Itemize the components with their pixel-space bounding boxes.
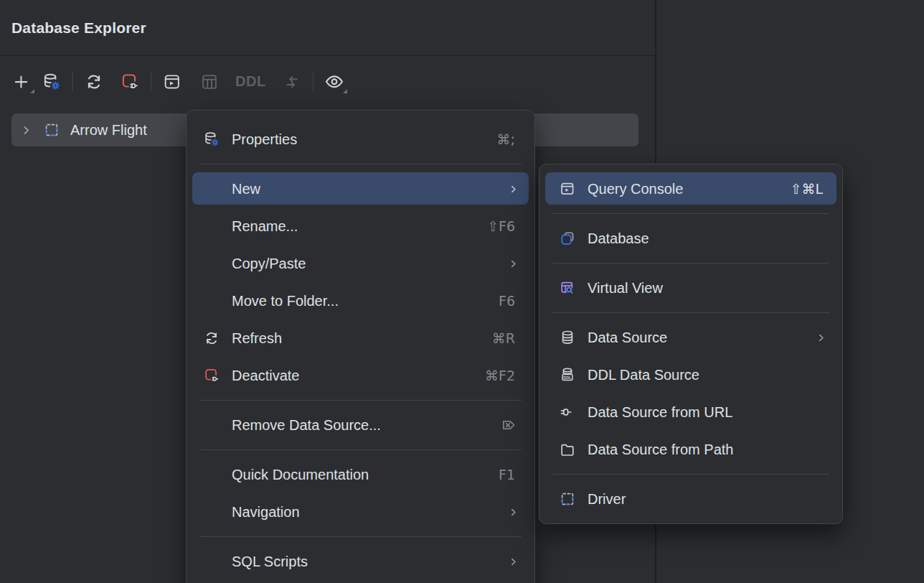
svg-text:DDL: DDL xyxy=(563,376,572,380)
plus-icon xyxy=(12,73,31,91)
menu-item-quick-documentation[interactable]: Quick Documentation F1 xyxy=(187,456,534,493)
menu-item-copy-paste[interactable]: Copy/Paste xyxy=(187,245,534,282)
menu-item-shortcut: ⌘R xyxy=(492,330,515,346)
menu-item-label: Query Console xyxy=(588,181,790,197)
panel-title: Database Explorer xyxy=(11,19,146,37)
menu-item-label: Refresh xyxy=(232,330,492,347)
menu-item-query-console[interactable]: Query Console ⇧⌘L xyxy=(539,170,842,207)
driver-dashed-icon xyxy=(559,490,576,508)
menu-item-label: Data Source from URL xyxy=(588,404,823,421)
menu-item-label: Data Source xyxy=(588,330,815,346)
menu-item-remove-data-source[interactable]: Remove Data Source... xyxy=(187,406,534,444)
dropdown-caret-icon xyxy=(343,89,347,93)
toolbar-separator xyxy=(151,72,151,91)
menu-item-move-to-folder[interactable]: Move to Folder... F6 xyxy=(187,282,534,320)
context-menu: Properties ⌘; New Rename... ⇧F6 Copy/Pas… xyxy=(186,110,535,583)
menu-item-label: Move to Folder... xyxy=(232,293,499,309)
eye-icon xyxy=(324,71,345,93)
menu-item-shortcut: ⇧F6 xyxy=(487,218,515,234)
menu-item-label: DDL Data Source xyxy=(588,367,823,383)
menu-item-label: Data Source from Path xyxy=(588,442,823,458)
submenu-arrow-icon xyxy=(507,556,519,568)
icon-placeholder xyxy=(203,180,220,197)
icon-placeholder xyxy=(203,416,220,434)
new-submenu: Query Console ⇧⌘L Database xyxy=(539,164,843,524)
ddl-button: DDL xyxy=(235,73,266,90)
menu-separator xyxy=(552,312,829,313)
database-cylinder-icon xyxy=(559,329,576,346)
menu-item-label: SQL Scripts xyxy=(232,554,507,570)
icon-placeholder xyxy=(203,503,220,521)
menu-item-new[interactable]: New xyxy=(187,170,534,207)
menu-item-ddl-data-source[interactable]: DDL DDL Data Source xyxy=(539,356,842,393)
menu-item-driver[interactable]: Driver xyxy=(539,480,842,518)
menu-item-label: Driver xyxy=(588,491,823,508)
menu-item-database[interactable]: Database xyxy=(539,220,842,257)
menu-item-data-source-from-url[interactable]: Data Source from URL xyxy=(539,393,842,431)
console-play-icon xyxy=(162,72,182,92)
database-gear-icon xyxy=(203,131,220,148)
refresh-button[interactable] xyxy=(84,72,104,92)
panel-header: Database Explorer xyxy=(0,0,655,56)
menu-separator xyxy=(199,164,522,164)
icon-placeholder xyxy=(203,553,220,570)
icon-placeholder xyxy=(203,255,220,272)
menu-item-sql-scripts[interactable]: SQL Scripts xyxy=(187,543,534,580)
database-new-icon xyxy=(559,230,576,247)
menu-separator xyxy=(552,474,829,475)
toolbar-separator xyxy=(313,72,314,91)
ddl-database-icon: DDL xyxy=(559,366,576,383)
submenu-arrow-icon xyxy=(507,258,519,270)
console-play-icon xyxy=(559,180,576,197)
menu-item-label: Remove Data Source... xyxy=(232,417,500,434)
view-options-button[interactable] xyxy=(324,72,344,92)
menu-item-virtual-view[interactable]: Virtual View xyxy=(539,269,842,307)
menu-item-data-source[interactable]: Data Source xyxy=(539,319,842,356)
table-view-button xyxy=(199,72,220,92)
menu-item-data-source-from-path[interactable]: Data Source from Path xyxy=(539,431,842,468)
unplug-icon xyxy=(203,367,220,384)
database-gear-icon xyxy=(42,72,62,92)
menu-item-refresh[interactable]: Refresh ⌘R xyxy=(187,320,534,357)
menu-item-label: Properties xyxy=(232,131,497,148)
menu-item-label: New xyxy=(232,181,507,197)
virtual-view-icon xyxy=(559,279,576,297)
plug-icon xyxy=(559,404,576,421)
submenu-arrow-icon xyxy=(507,506,519,518)
unplug-icon xyxy=(120,72,140,92)
menu-separator xyxy=(552,213,829,214)
menu-item-label: Rename... xyxy=(232,218,487,235)
menu-item-shortcut: ⌘F2 xyxy=(485,368,515,383)
menu-item-properties[interactable]: Properties ⌘; xyxy=(187,121,534,158)
deactivate-button[interactable] xyxy=(120,72,140,92)
query-console-button[interactable] xyxy=(162,72,182,92)
menu-item-shortcut: ⇧⌘L xyxy=(790,181,823,197)
menu-item-rename[interactable]: Rename... ⇧F6 xyxy=(187,207,534,245)
submenu-arrow-icon xyxy=(815,332,827,344)
submenu-arrow-icon xyxy=(507,183,519,195)
add-button[interactable] xyxy=(11,72,32,92)
icon-placeholder xyxy=(203,292,220,309)
menu-item-label: Virtual View xyxy=(588,280,823,297)
toolbar-separator xyxy=(72,72,73,91)
menu-item-shortcut: ⌘; xyxy=(497,131,515,147)
menu-separator xyxy=(199,400,522,401)
menu-separator xyxy=(199,449,522,450)
menu-item-shortcut: F6 xyxy=(499,293,515,309)
menu-item-navigation[interactable]: Navigation xyxy=(187,493,534,531)
icon-placeholder xyxy=(203,466,220,483)
data-source-properties-button[interactable] xyxy=(42,72,62,92)
jump-to-ddl-button xyxy=(282,72,302,92)
icon-placeholder xyxy=(203,218,220,235)
dropdown-caret-icon xyxy=(30,89,34,93)
delete-forward-icon xyxy=(500,416,517,434)
menu-item-shortcut: F1 xyxy=(499,467,515,482)
driver-dashed-icon xyxy=(43,121,60,139)
menu-item-label: Deactivate xyxy=(232,368,485,384)
chevron-right-icon[interactable] xyxy=(17,123,34,137)
menu-item-label: Copy/Paste xyxy=(232,256,507,272)
menu-item-deactivate[interactable]: Deactivate ⌘F2 xyxy=(187,357,534,394)
refresh-icon xyxy=(203,330,220,347)
menu-item-label: Quick Documentation xyxy=(232,467,499,483)
table-icon xyxy=(199,72,220,92)
